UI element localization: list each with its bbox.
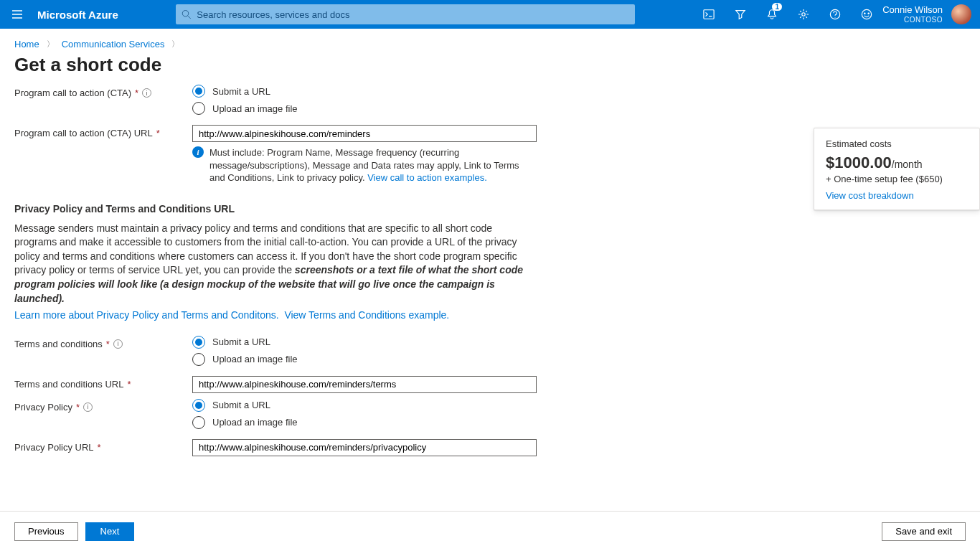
info-icon[interactable]: i bbox=[113, 339, 123, 349]
save-exit-button[interactable]: Save and exit bbox=[882, 522, 966, 541]
costs-amount: $1000.00 bbox=[826, 154, 892, 171]
svg-point-7 bbox=[868, 13, 869, 14]
cta-label: Program call to action (CTA)* i bbox=[14, 85, 192, 98]
costs-permonth: /month bbox=[892, 159, 923, 170]
form-content: Program call to action (CTA)* i Submit a… bbox=[0, 85, 980, 456]
svg-point-6 bbox=[864, 13, 865, 14]
svg-point-4 bbox=[831, 9, 840, 19]
cta-url-label: Program call to action (CTA) URL* bbox=[14, 125, 192, 138]
learn-more-link[interactable]: Learn more about Privacy Policy and Term… bbox=[14, 309, 279, 321]
avatar[interactable] bbox=[951, 4, 971, 24]
info-icon[interactable]: i bbox=[83, 402, 93, 412]
notifications-icon[interactable]: 1 bbox=[756, 0, 788, 29]
privacy-section-text: Message senders must maintain a privacy … bbox=[14, 222, 531, 306]
breadcrumb-home[interactable]: Home bbox=[14, 39, 39, 50]
cta-radio-upload[interactable]: Upload an image file bbox=[192, 102, 537, 115]
terms-url-input[interactable] bbox=[192, 376, 537, 393]
user-block[interactable]: Connie Wilson CONTOSO bbox=[882, 5, 948, 23]
global-search[interactable] bbox=[176, 4, 635, 24]
privacy-label: Privacy Policy * i bbox=[14, 399, 192, 413]
estimated-costs-card: Estimated costs $1000.00/month + One-tim… bbox=[814, 128, 980, 210]
svg-point-0 bbox=[182, 11, 188, 17]
view-terms-example-link[interactable]: View Terms and Conditions example. bbox=[284, 309, 449, 321]
cta-help: i Must include: Program Name, Message fr… bbox=[192, 146, 537, 184]
svg-point-3 bbox=[802, 13, 805, 16]
footer-bar: Previous Next Save and exit bbox=[0, 511, 980, 551]
next-button[interactable]: Next bbox=[85, 522, 135, 541]
terms-url-label: Terms and conditions URL* bbox=[14, 376, 192, 390]
costs-title: Estimated costs bbox=[826, 138, 968, 149]
user-name: Connie Wilson bbox=[882, 5, 943, 15]
svg-point-5 bbox=[862, 9, 872, 19]
privacy-radio-upload[interactable]: Upload an image file bbox=[192, 416, 537, 429]
cost-breakdown-link[interactable]: View cost breakdown bbox=[826, 190, 914, 201]
previous-button[interactable]: Previous bbox=[14, 522, 78, 541]
help-icon[interactable] bbox=[819, 0, 851, 29]
menu-icon[interactable] bbox=[0, 0, 34, 29]
breadcrumb-service[interactable]: Communication Services bbox=[62, 39, 165, 50]
terms-radio-url[interactable]: Submit a URL bbox=[192, 336, 537, 349]
cta-examples-link[interactable]: View call to action examples. bbox=[367, 172, 487, 183]
costs-setup: + One-time setup fee ($650) bbox=[826, 174, 968, 184]
search-icon bbox=[182, 9, 192, 19]
page-title: Get a short code bbox=[0, 54, 980, 85]
top-bar: Microsoft Azure 1 Connie Wilson CONTOSO bbox=[0, 0, 980, 29]
breadcrumb: Home 〉 Communication Services 〉 bbox=[0, 29, 980, 54]
feedback-icon[interactable] bbox=[851, 0, 882, 29]
svg-line-1 bbox=[188, 16, 191, 19]
notification-badge: 1 bbox=[772, 3, 782, 11]
privacy-radio-url[interactable]: Submit a URL bbox=[192, 399, 537, 412]
privacy-url-label: Privacy Policy URL* bbox=[14, 439, 192, 453]
info-solid-icon: i bbox=[192, 146, 204, 158]
svg-rect-2 bbox=[704, 10, 714, 19]
cta-radio-url[interactable]: Submit a URL bbox=[192, 85, 537, 98]
cloud-shell-icon[interactable] bbox=[693, 0, 725, 29]
chevron-right-icon: 〉 bbox=[47, 39, 55, 50]
brand-label: Microsoft Azure bbox=[34, 9, 176, 21]
search-input[interactable] bbox=[197, 9, 628, 20]
cta-url-input[interactable] bbox=[192, 125, 537, 142]
chevron-right-icon: 〉 bbox=[171, 39, 179, 50]
terms-radio-upload[interactable]: Upload an image file bbox=[192, 353, 537, 366]
settings-icon[interactable] bbox=[788, 0, 819, 29]
user-tenant: CONTOSO bbox=[882, 16, 943, 24]
info-icon[interactable]: i bbox=[142, 88, 151, 98]
privacy-url-input[interactable] bbox=[192, 439, 537, 456]
terms-label: Terms and conditions * i bbox=[14, 336, 192, 349]
directory-filter-icon[interactable] bbox=[725, 0, 756, 29]
